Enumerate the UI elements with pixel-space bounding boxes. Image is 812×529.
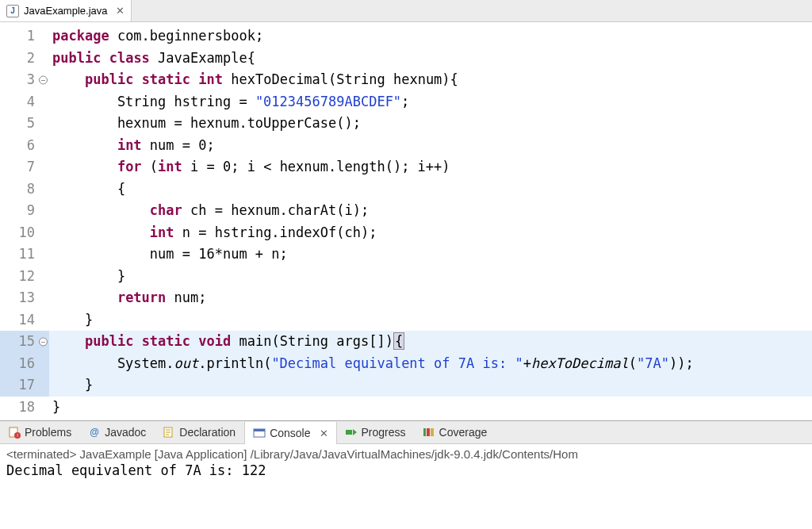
code-line[interactable]: int num = 0; <box>49 135 812 157</box>
tab-label: Coverage <box>439 426 488 439</box>
fold-toggle-icon[interactable]: − <box>39 75 48 84</box>
line-number: 7 <box>0 156 49 178</box>
line-number: 15− <box>0 331 49 353</box>
tab-problems[interactable]: ! Problems <box>0 421 80 443</box>
editor-tab-bar: J JavaExample.java ✕ <box>0 0 812 22</box>
console-process-label: <terminated> JavaExample [Java Applicati… <box>6 447 806 461</box>
tab-declaration[interactable]: Declaration <box>155 421 244 443</box>
code-line[interactable]: } <box>49 309 812 332</box>
tab-console[interactable]: Console ✕ <box>244 422 336 444</box>
tab-progress[interactable]: Progress <box>337 421 415 443</box>
code-line[interactable]: char ch = hexnum.charAt(i); <box>49 200 812 222</box>
problems-icon: ! <box>8 426 21 439</box>
code-line[interactable]: public class JavaExample{ <box>49 48 812 70</box>
line-number: 2 <box>0 48 49 70</box>
code-editor[interactable]: 123−456789101112131415−161718 package co… <box>0 22 812 420</box>
line-number: 4 <box>0 91 49 113</box>
code-line[interactable]: hexnum = hexnum.toUpperCase(); <box>49 113 812 135</box>
code-content[interactable]: package com.beginnersbook;public class J… <box>49 22 812 420</box>
svg-rect-8 <box>254 429 265 431</box>
tab-filename: JavaExample.java <box>24 5 108 17</box>
code-line[interactable]: } <box>49 266 812 288</box>
tab-label: Javadoc <box>105 426 146 439</box>
code-line[interactable]: } <box>49 397 812 419</box>
line-number: 1 <box>0 25 49 48</box>
tab-coverage[interactable]: Coverage <box>415 421 496 443</box>
console-panel: <terminated> JavaExample [Java Applicati… <box>0 444 812 481</box>
tab-label: Console <box>270 427 310 439</box>
line-number: 18 <box>0 397 49 419</box>
tab-label: Declaration <box>179 426 236 439</box>
line-number: 10 <box>0 222 49 244</box>
line-number: 5 <box>0 113 49 135</box>
line-number: 17 <box>0 374 49 397</box>
line-number: 16 <box>0 353 49 375</box>
console-icon <box>253 427 266 439</box>
code-line[interactable]: int n = hstring.indexOf(ch); <box>49 222 812 244</box>
line-number: 3− <box>0 69 49 91</box>
fold-toggle-icon[interactable]: − <box>39 337 48 346</box>
code-line[interactable]: package com.beginnersbook; <box>49 25 812 48</box>
line-number: 6 <box>0 135 49 157</box>
javadoc-icon: @ <box>88 426 101 439</box>
progress-icon <box>345 426 358 439</box>
code-line[interactable]: for (int i = 0; i < hexnum.length(); i++… <box>49 156 812 178</box>
console-output: Decimal equivalent of 7A is: 122 <box>6 462 806 478</box>
code-line[interactable]: System.out.println("Decimal equivalent o… <box>49 353 812 375</box>
declaration-icon <box>163 426 175 439</box>
editor-tab[interactable]: J JavaExample.java ✕ <box>0 0 132 21</box>
coverage-icon <box>423 426 435 439</box>
line-number: 12 <box>0 266 49 288</box>
code-line[interactable]: public static int hexToDecimal(String he… <box>49 69 812 91</box>
tab-javadoc[interactable]: @ Javadoc <box>80 421 155 443</box>
line-number: 11 <box>0 243 49 266</box>
line-number: 13 <box>0 287 49 309</box>
svg-rect-9 <box>346 430 352 435</box>
java-file-icon: J <box>6 5 19 17</box>
tab-label: Problems <box>25 426 71 439</box>
line-number: 8 <box>0 178 49 201</box>
code-line[interactable]: num = 16*num + n; <box>49 243 812 266</box>
close-icon[interactable]: ✕ <box>116 5 124 17</box>
line-number: 14 <box>0 309 49 332</box>
close-icon[interactable]: ✕ <box>320 427 328 439</box>
bottom-tab-bar: ! Problems @ Javadoc Declaration Console… <box>0 420 812 444</box>
code-line[interactable]: public static void main(String args[]){ <box>49 331 812 353</box>
tab-label: Progress <box>362 426 406 439</box>
code-line[interactable]: return num; <box>49 287 812 309</box>
code-line[interactable]: String hstring = "0123456789ABCDEF"; <box>49 91 812 113</box>
line-number: 9 <box>0 200 49 222</box>
line-number-gutter: 123−456789101112131415−161718 <box>0 22 49 420</box>
code-line[interactable]: } <box>49 374 812 397</box>
code-line[interactable]: { <box>49 178 812 201</box>
